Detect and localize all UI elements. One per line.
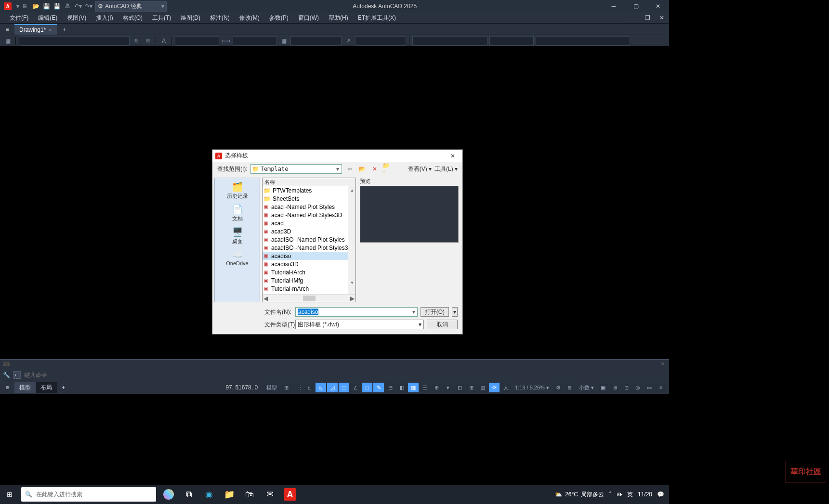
sb-snap-icon[interactable]: ⋮⋮ [292, 383, 303, 392]
coordinates[interactable]: 97, 51678, 0 [220, 384, 263, 391]
print-icon[interactable]: 🖶 [64, 2, 71, 10]
taskbar-copilot-icon[interactable] [163, 489, 174, 500]
workspace-selector[interactable]: ⚙ AutoCAD 经典 ▾ [95, 1, 167, 12]
units-display[interactable]: 小数 ▾ [576, 383, 597, 392]
file-item[interactable]: ▣Tutorial-iMfg [263, 276, 355, 284]
saveas-icon[interactable]: 💾 [53, 2, 61, 10]
mleader-icon[interactable]: ↗ [343, 36, 353, 46]
place-桌面[interactable]: 🖥️桌面 [216, 225, 259, 247]
sb-ws-icon[interactable]: ⚙ [553, 383, 564, 392]
sb-grid-icon[interactable]: ⊞ [281, 383, 291, 392]
menu-format[interactable]: 格式(O) [118, 14, 147, 22]
menu-window[interactable]: 窗口(W) [293, 14, 324, 22]
dialog-close-button[interactable]: ✕ [443, 153, 462, 159]
sb-transparency-icon[interactable]: ◧ [396, 383, 407, 392]
menu-help[interactable]: 帮助(H) [324, 14, 353, 22]
sb-lock-icon[interactable]: 🖥 [609, 383, 620, 392]
taskbar-taskview-icon[interactable]: ⧉ [179, 485, 198, 504]
sb-qp-icon[interactable]: ▣ [598, 383, 608, 392]
menu-insert[interactable]: 插入(I) [91, 14, 118, 22]
command-input[interactable] [24, 372, 669, 378]
scrollbar-horizontal[interactable]: ◀▶ [263, 294, 355, 302]
textstyle-icon[interactable]: A [159, 36, 169, 46]
cancel-button[interactable]: 取消 [427, 320, 458, 329]
back-button[interactable]: ⇦ [345, 164, 355, 174]
tray-network-icon[interactable]: 🕪 [617, 491, 622, 498]
look-in-combo[interactable]: 📁 Template ▾ [250, 164, 342, 174]
open-button[interactable]: 打开(O) [421, 307, 449, 317]
sb-polar-icon[interactable]: ◿ [327, 383, 338, 392]
save-icon[interactable]: 💾 [42, 2, 50, 10]
minimize-button[interactable]: ─ [603, 0, 625, 13]
place-历史记录[interactable]: 🗂️历史记录 [216, 180, 259, 202]
layout-tab[interactable]: 布局 [36, 382, 57, 393]
menu-draw[interactable]: 绘图(D) [176, 14, 205, 22]
file-item[interactable]: ▣acad3D [263, 227, 355, 235]
app-icon[interactable]: A [4, 2, 12, 10]
delete-icon[interactable]: ✕ [370, 164, 380, 174]
file-item[interactable]: ▣acad [263, 219, 355, 227]
open-icon[interactable]: 📂 [32, 2, 39, 10]
place-OneDrive[interactable]: ☁️OneDrive [216, 248, 259, 268]
menu-file[interactable]: 文件(F) [5, 14, 33, 22]
new-icon[interactable]: 🗎 [21, 2, 29, 10]
sb-autoscale-icon[interactable]: ⟳ [489, 383, 500, 392]
doc-close-button[interactable]: ✕ [655, 14, 669, 21]
linetype-combo[interactable] [536, 36, 630, 46]
drawing-canvas[interactable]: A 选择样板 ✕ 查找范围(I): 📁 Template ▾ ⇦ 📂 ✕ 📁⁺ … [0, 46, 669, 359]
file-item[interactable]: ▣acadiso [263, 252, 355, 260]
view-menu[interactable]: 查看(V) ▾ [408, 165, 432, 173]
customize-icon[interactable]: 🔧 [3, 372, 10, 378]
layer-prev-icon[interactable]: ≋ [143, 36, 153, 46]
taskbar-search[interactable]: 🔍 在此键入进行搜索 [21, 487, 156, 502]
file-item[interactable]: ▣acad -Named Plot Styles3D [263, 211, 355, 219]
menu-et-tools[interactable]: ET扩展工具(X) [353, 14, 401, 22]
color-combo[interactable] [412, 36, 487, 46]
mleaderstyle-combo[interactable] [355, 36, 406, 46]
taskbar-store-icon[interactable]: 🛍 [240, 485, 259, 504]
open-split-button[interactable]: ▾ [452, 307, 458, 317]
layer-combo[interactable] [19, 36, 130, 46]
place-文档[interactable]: 📄文档 [216, 203, 259, 224]
file-item[interactable]: ▣acadiso3D [263, 260, 355, 268]
sb-clean-icon[interactable]: ▭ [644, 383, 655, 392]
layer-states-icon[interactable]: ≋ [132, 36, 141, 46]
sb-infer-icon[interactable]: ⊾ [304, 383, 315, 392]
model-tab[interactable]: 模型 [14, 382, 36, 393]
sb-isodraft-icon[interactable]: ⬚ [339, 383, 349, 392]
sb-dyn-ucs-icon[interactable]: ⊕ [431, 383, 442, 392]
doc-restore-button[interactable]: ❐ [640, 14, 655, 21]
file-item[interactable]: ▣acadISO -Named Plot Styles [263, 235, 355, 244]
sb-otrack-icon[interactable]: □ [362, 383, 372, 392]
file-list[interactable]: 名称 📁PTWTemplates📁SheetSets▣acad -Named P… [262, 178, 356, 302]
file-item[interactable]: ▣Tutorial-iArch [263, 268, 355, 276]
sb-annomon-icon[interactable]: ⊞ [466, 383, 476, 392]
scrollbar-vertical[interactable] [348, 186, 355, 294]
menu-dimension[interactable]: 标注(N) [205, 14, 235, 22]
lineweight-combo[interactable] [489, 36, 534, 46]
dialog-titlebar[interactable]: A 选择样板 ✕ [212, 150, 462, 162]
menu-parametric[interactable]: 参数(P) [264, 14, 293, 22]
filetype-select[interactable]: 图形样板 (*.dwt) ▾ [295, 320, 424, 329]
dim-icon[interactable]: ⟼ [221, 36, 231, 46]
dimstyle-combo[interactable] [233, 36, 277, 46]
new-folder-icon[interactable]: 📁⁺ [382, 164, 392, 174]
up-folder-icon[interactable]: 📂 [357, 164, 367, 174]
annotation-scale[interactable]: 1:19 / 5.26% ▾ [512, 383, 552, 392]
taskbar-explorer-icon[interactable]: 📁 [220, 485, 239, 504]
layout-add[interactable]: + [57, 384, 70, 391]
file-item[interactable]: 📁SheetSets [263, 194, 355, 203]
close-button[interactable]: ✕ [647, 0, 669, 13]
sb-filter-icon[interactable]: ▾ [443, 383, 453, 392]
tray-date[interactable]: 11/20 [638, 491, 652, 498]
textstyle-combo[interactable] [175, 36, 219, 46]
sb-3d-osnap-icon[interactable]: ☰ [420, 383, 430, 392]
document-tab-close-icon[interactable]: × [49, 27, 52, 33]
sb-iso-icon[interactable]: ◎ [632, 383, 643, 392]
file-item[interactable]: 📁PTWTemplates [263, 186, 355, 194]
tablestyle-combo[interactable] [290, 36, 342, 46]
sb-quickprop-icon[interactable]: ▧ [477, 383, 488, 392]
menu-view[interactable]: 视图(V) [62, 14, 91, 22]
sb-units-icon[interactable]: ≣ [565, 383, 575, 392]
document-tab-drawing1[interactable]: Drawing1* × [14, 24, 57, 35]
